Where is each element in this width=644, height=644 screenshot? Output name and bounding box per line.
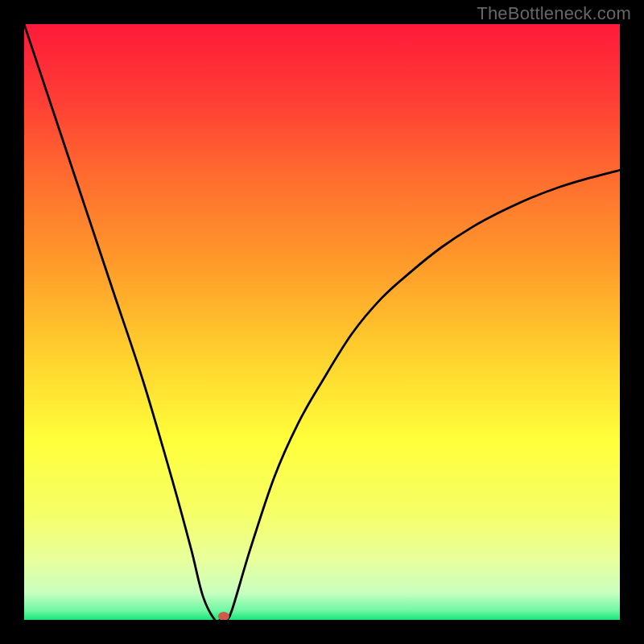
chart-frame: TheBottleneck.com <box>0 0 644 644</box>
gradient-background <box>24 24 620 620</box>
watermark-text: TheBottleneck.com <box>477 3 631 24</box>
chart-svg <box>24 24 620 620</box>
plot-area <box>24 24 620 620</box>
